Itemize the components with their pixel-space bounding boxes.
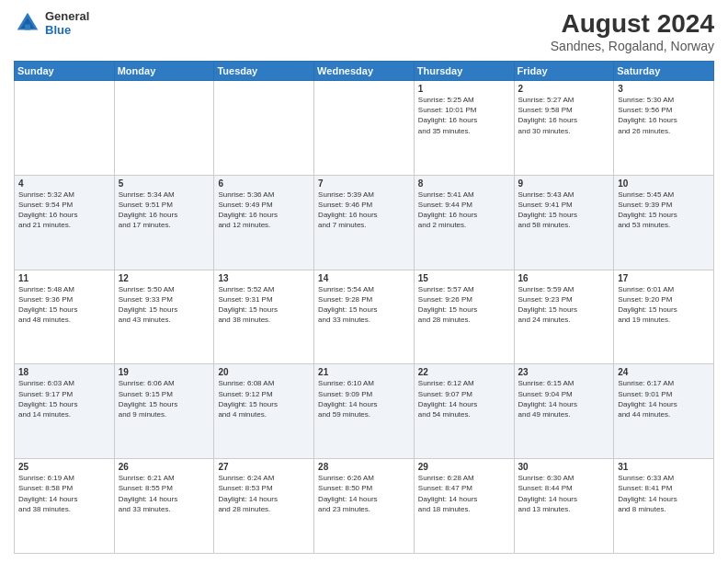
day-info: Sunrise: 6:24 AM Sunset: 8:53 PM Dayligh… (218, 473, 310, 514)
day-info: Sunrise: 6:17 AM Sunset: 9:01 PM Dayligh… (618, 378, 710, 419)
day-number: 8 (418, 178, 510, 189)
header: General Blue August 2024 Sandnes, Rogala… (14, 9, 714, 53)
calendar-cell: 1Sunrise: 5:25 AM Sunset: 10:01 PM Dayli… (414, 81, 514, 176)
day-number: 28 (318, 462, 410, 472)
day-info: Sunrise: 5:32 AM Sunset: 9:54 PM Dayligh… (18, 190, 110, 231)
calendar-cell: 3Sunrise: 5:30 AM Sunset: 9:56 PM Daylig… (614, 81, 714, 176)
day-info: Sunrise: 5:50 AM Sunset: 9:33 PM Dayligh… (119, 284, 210, 326)
calendar-cell: 28Sunrise: 6:26 AM Sunset: 8:50 PM Dayli… (314, 459, 415, 554)
calendar-cell: 23Sunrise: 6:15 AM Sunset: 9:04 PM Dayli… (514, 364, 614, 459)
day-number: 16 (518, 273, 610, 283)
day-number: 29 (418, 462, 510, 472)
calendar-cell: 19Sunrise: 6:06 AM Sunset: 9:15 PM Dayli… (114, 364, 214, 459)
calendar-cell (314, 81, 415, 176)
day-number: 4 (18, 178, 110, 189)
calendar-cell: 27Sunrise: 6:24 AM Sunset: 8:53 PM Dayli… (214, 459, 314, 554)
calendar-week-row: 25Sunrise: 6:19 AM Sunset: 8:58 PM Dayli… (15, 459, 714, 554)
calendar-cell: 30Sunrise: 6:30 AM Sunset: 8:44 PM Dayli… (514, 459, 614, 554)
day-info: Sunrise: 6:30 AM Sunset: 8:44 PM Dayligh… (518, 473, 610, 514)
calendar-cell: 8Sunrise: 5:41 AM Sunset: 9:44 PM Daylig… (414, 175, 514, 270)
logo-text: General Blue (45, 9, 89, 37)
day-info: Sunrise: 6:15 AM Sunset: 9:04 PM Dayligh… (518, 378, 610, 419)
day-number: 1 (418, 84, 510, 94)
calendar-cell: 15Sunrise: 5:57 AM Sunset: 9:26 PM Dayli… (414, 270, 514, 364)
calendar-cell: 31Sunrise: 6:33 AM Sunset: 8:41 PM Dayli… (614, 459, 714, 554)
calendar-day-header: Tuesday (214, 62, 314, 81)
calendar-cell: 25Sunrise: 6:19 AM Sunset: 8:58 PM Dayli… (15, 459, 115, 554)
logo-icon (14, 9, 41, 37)
day-info: Sunrise: 6:19 AM Sunset: 8:58 PM Dayligh… (18, 473, 110, 514)
calendar-cell: 5Sunrise: 5:34 AM Sunset: 9:51 PM Daylig… (114, 175, 214, 270)
calendar-day-header: Thursday (414, 62, 514, 81)
calendar-cell: 22Sunrise: 6:12 AM Sunset: 9:07 PM Dayli… (414, 364, 514, 459)
calendar-cell: 13Sunrise: 5:52 AM Sunset: 9:31 PM Dayli… (214, 270, 314, 364)
calendar-day-header: Friday (514, 62, 614, 81)
day-number: 7 (318, 178, 410, 189)
month-year: August 2024 (551, 9, 714, 39)
calendar-cell: 7Sunrise: 5:39 AM Sunset: 9:46 PM Daylig… (314, 175, 415, 270)
calendar-cell: 11Sunrise: 5:48 AM Sunset: 9:36 PM Dayli… (15, 270, 115, 364)
logo-general: General (45, 9, 89, 23)
day-info: Sunrise: 6:03 AM Sunset: 9:17 PM Dayligh… (18, 378, 110, 419)
calendar-cell (114, 81, 214, 176)
calendar-cell: 9Sunrise: 5:43 AM Sunset: 9:41 PM Daylig… (514, 175, 614, 270)
calendar-cell (214, 81, 314, 176)
day-number: 10 (618, 178, 710, 189)
page: General Blue August 2024 Sandnes, Rogala… (0, 0, 728, 563)
day-info: Sunrise: 5:54 AM Sunset: 9:28 PM Dayligh… (318, 284, 410, 326)
day-number: 3 (618, 84, 710, 94)
calendar-day-header: Monday (114, 62, 214, 81)
calendar-cell: 12Sunrise: 5:50 AM Sunset: 9:33 PM Dayli… (114, 270, 214, 364)
day-info: Sunrise: 6:28 AM Sunset: 8:47 PM Dayligh… (418, 473, 510, 514)
day-info: Sunrise: 5:59 AM Sunset: 9:23 PM Dayligh… (518, 284, 610, 326)
logo: General Blue (14, 9, 89, 37)
calendar-cell: 14Sunrise: 5:54 AM Sunset: 9:28 PM Dayli… (314, 270, 415, 364)
calendar-cell: 24Sunrise: 6:17 AM Sunset: 9:01 PM Dayli… (614, 364, 714, 459)
day-info: Sunrise: 6:33 AM Sunset: 8:41 PM Dayligh… (618, 473, 710, 514)
day-number: 17 (618, 273, 710, 283)
calendar-cell: 2Sunrise: 5:27 AM Sunset: 9:58 PM Daylig… (514, 81, 614, 176)
day-number: 30 (518, 462, 610, 472)
day-number: 31 (618, 462, 710, 472)
svg-rect-2 (25, 25, 30, 30)
day-info: Sunrise: 5:41 AM Sunset: 9:44 PM Dayligh… (418, 190, 510, 231)
location: Sandnes, Rogaland, Norway (551, 39, 714, 53)
day-number: 6 (218, 178, 310, 189)
day-number: 2 (518, 84, 610, 94)
day-info: Sunrise: 5:36 AM Sunset: 9:49 PM Dayligh… (218, 190, 310, 231)
title-block: August 2024 Sandnes, Rogaland, Norway (551, 9, 714, 53)
calendar-cell: 4Sunrise: 5:32 AM Sunset: 9:54 PM Daylig… (15, 175, 115, 270)
calendar-cell: 20Sunrise: 6:08 AM Sunset: 9:12 PM Dayli… (214, 364, 314, 459)
calendar-cell: 21Sunrise: 6:10 AM Sunset: 9:09 PM Dayli… (314, 364, 415, 459)
calendar-week-row: 4Sunrise: 5:32 AM Sunset: 9:54 PM Daylig… (15, 175, 714, 270)
day-number: 14 (318, 273, 410, 283)
day-number: 20 (218, 367, 310, 377)
day-number: 25 (18, 462, 110, 472)
calendar-day-header: Wednesday (314, 62, 415, 81)
calendar-header-row: SundayMondayTuesdayWednesdayThursdayFrid… (15, 62, 714, 81)
calendar-cell (15, 81, 115, 176)
day-number: 9 (518, 178, 610, 189)
day-number: 22 (418, 367, 510, 377)
day-info: Sunrise: 5:25 AM Sunset: 10:01 PM Daylig… (418, 95, 510, 136)
calendar-cell: 29Sunrise: 6:28 AM Sunset: 8:47 PM Dayli… (414, 459, 514, 554)
day-number: 11 (18, 273, 110, 283)
day-info: Sunrise: 5:30 AM Sunset: 9:56 PM Dayligh… (618, 95, 710, 136)
day-number: 18 (18, 367, 110, 377)
calendar-day-header: Sunday (15, 62, 115, 81)
day-info: Sunrise: 6:08 AM Sunset: 9:12 PM Dayligh… (218, 378, 310, 419)
day-number: 12 (119, 273, 210, 283)
calendar-cell: 6Sunrise: 5:36 AM Sunset: 9:49 PM Daylig… (214, 175, 314, 270)
day-info: Sunrise: 5:52 AM Sunset: 9:31 PM Dayligh… (218, 284, 310, 326)
day-info: Sunrise: 5:45 AM Sunset: 9:39 PM Dayligh… (618, 190, 710, 231)
day-info: Sunrise: 5:43 AM Sunset: 9:41 PM Dayligh… (518, 190, 610, 231)
calendar-week-row: 18Sunrise: 6:03 AM Sunset: 9:17 PM Dayli… (15, 364, 714, 459)
day-number: 5 (119, 178, 210, 189)
calendar-week-row: 1Sunrise: 5:25 AM Sunset: 10:01 PM Dayli… (15, 81, 714, 176)
calendar-cell: 18Sunrise: 6:03 AM Sunset: 9:17 PM Dayli… (15, 364, 115, 459)
day-number: 23 (518, 367, 610, 377)
day-number: 21 (318, 367, 410, 377)
day-info: Sunrise: 5:27 AM Sunset: 9:58 PM Dayligh… (518, 95, 610, 136)
day-info: Sunrise: 5:39 AM Sunset: 9:46 PM Dayligh… (318, 190, 410, 231)
day-info: Sunrise: 6:10 AM Sunset: 9:09 PM Dayligh… (318, 378, 410, 419)
